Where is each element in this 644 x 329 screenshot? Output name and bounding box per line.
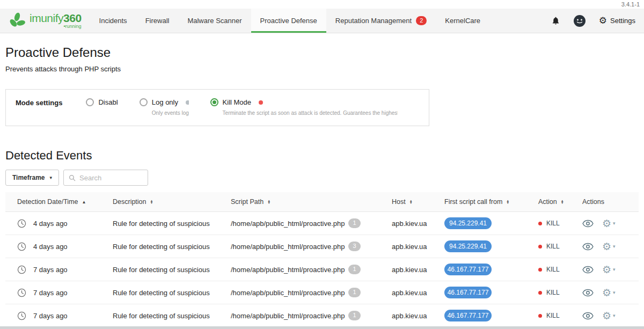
table-row: 7 days ago Rule for detecting of suspici… [5, 304, 639, 327]
chevron-down-icon: ▾ [49, 175, 52, 180]
kill-status-dot [538, 268, 542, 272]
log-only-description: Only events logging. [152, 110, 189, 116]
nav-item-incidents[interactable]: Incidents [90, 9, 136, 33]
event-description: Rule for detecting of suspicious [113, 312, 210, 320]
event-time: 4 days ago [33, 243, 68, 251]
radio-log-only[interactable] [140, 98, 148, 106]
event-host: apb.kiev.ua [392, 220, 427, 228]
view-details-icon[interactable] [582, 220, 594, 228]
row-actions-gear-icon[interactable]: ⚙▾ [602, 242, 616, 252]
search-box[interactable] [63, 170, 148, 186]
notifications-bell-icon[interactable] [551, 16, 560, 26]
version-label: 3.4.1-1 [0, 0, 644, 9]
event-host: apb.kiev.ua [392, 266, 427, 274]
settings-button[interactable]: ⚙ Settings [599, 16, 635, 25]
event-action: KILL [546, 266, 560, 273]
source-ip-pill[interactable]: 46.167.77.177 [444, 310, 492, 321]
mode-option-log-only[interactable]: Log only Only events logging. [140, 98, 189, 116]
column-header-script-path[interactable]: Script Path▲▼ [231, 198, 270, 206]
nav-item-label: Reputation Management [335, 17, 412, 25]
events-table: Detection Date/Time▲ Description▲▼ Scrip… [5, 192, 639, 327]
nav-item-firewall[interactable]: Firewall [136, 9, 179, 33]
detected-events-title: Detected Events [5, 149, 639, 163]
timeframe-dropdown[interactable]: Timeframe ▾ [5, 170, 59, 186]
clock-icon [17, 242, 26, 251]
view-details-icon[interactable] [582, 289, 594, 297]
script-hit-count-badge: 1 [348, 265, 360, 274]
column-header-action[interactable]: Action▲▼ [538, 198, 564, 206]
row-actions-gear-icon[interactable]: ⚙▾ [602, 218, 616, 229]
source-ip-pill[interactable]: 94.25.229.41 [444, 240, 492, 252]
event-script-path: /home/apb/public_html/proactive.php [231, 220, 345, 228]
sort-icon: ▲▼ [506, 200, 509, 204]
brand-suffix: 360 [63, 12, 82, 24]
nav-item-reputation-management[interactable]: Reputation Management 2 [326, 9, 436, 33]
mode-option-label: Disabled [98, 98, 118, 106]
kill-mode-description: Terminate the script as soon as attack i… [223, 110, 398, 116]
kill-status-dot [538, 222, 542, 225]
event-action: KILL [546, 312, 560, 319]
column-header-host[interactable]: Host▲▼ [392, 198, 413, 206]
event-host: apb.kiev.ua [392, 289, 427, 297]
event-time: 4 days ago [33, 220, 68, 228]
script-hit-count-badge: 3 [348, 242, 360, 251]
radio-disabled[interactable] [86, 98, 94, 106]
event-action: KILL [546, 220, 560, 227]
source-ip-pill[interactable]: 46.167.77.177 [444, 264, 492, 275]
settings-label: Settings [610, 17, 635, 25]
event-description: Rule for detecting of suspicious [113, 289, 210, 297]
event-host: apb.kiev.ua [392, 243, 427, 251]
gear-icon: ⚙ [599, 16, 607, 25]
chevron-down-icon: ▾ [613, 267, 616, 272]
imunify-logo-icon [9, 12, 26, 30]
event-description: Rule for detecting of suspicious [113, 266, 210, 274]
navbar-right: ⚙ Settings [551, 9, 638, 33]
row-actions-gear-icon[interactable]: ⚙▾ [602, 288, 616, 298]
column-header-detection-datetime[interactable]: Detection Date/Time▲ [17, 198, 86, 206]
brand[interactable]: imunify360 •running [9, 9, 82, 33]
event-script-path: /home/apb/public_html/proactive.php [231, 289, 345, 297]
mode-option-disabled[interactable]: Disabled [86, 98, 118, 106]
clock-icon [17, 311, 26, 320]
row-actions-gear-icon[interactable]: ⚙▾ [602, 265, 616, 275]
event-script-path: /home/apb/public_html/proactive.php [231, 312, 345, 320]
mode-option-kill-mode[interactable]: Kill Mode Terminate the script as soon a… [210, 98, 398, 116]
kill-status-dot [538, 314, 542, 318]
column-header-actions: Actions [582, 198, 604, 206]
source-ip-pill[interactable]: 94.25.229.41 [444, 217, 492, 229]
event-time: 7 days ago [33, 312, 68, 320]
script-hit-count-badge: 1 [348, 311, 360, 320]
sort-icon: ▲▼ [150, 200, 153, 204]
nav-item-proactive-defense[interactable]: Proactive Defense [251, 9, 326, 33]
event-time: 7 days ago [33, 289, 68, 297]
sort-asc-icon: ▲ [82, 200, 86, 204]
nav-item-malware-scanner[interactable]: Malware Scanner [178, 9, 251, 33]
brand-status: •running [30, 24, 82, 29]
kill-status-dot [538, 245, 542, 248]
kill-status-dot [538, 291, 542, 295]
mode-settings-label: Mode settings [16, 98, 62, 107]
table-row: 7 days ago Rule for detecting of suspici… [5, 281, 639, 304]
top-navbar: imunify360 •running Incidents Firewall M… [0, 9, 644, 33]
radio-kill-mode[interactable] [210, 98, 218, 106]
sort-icon: ▲▼ [409, 200, 413, 204]
page-title: Proactive Defense [5, 45, 639, 60]
column-header-description[interactable]: Description▲▼ [113, 198, 153, 206]
nav-item-kernelcare[interactable]: KernelCare [436, 9, 489, 33]
view-details-icon[interactable] [582, 266, 594, 274]
script-hit-count-badge: 1 [348, 288, 360, 297]
support-avatar-icon[interactable] [573, 14, 586, 27]
source-ip-pill[interactable]: 46.167.77.177 [444, 287, 492, 298]
row-actions-gear-icon[interactable]: ⚙▾ [602, 311, 616, 321]
table-row: 4 days ago Rule for detecting of suspici… [5, 235, 639, 258]
events-controls: Timeframe ▾ [5, 170, 639, 186]
event-script-path: /home/apb/public_html/proactive.php [231, 266, 345, 274]
chevron-down-icon: ▾ [613, 221, 616, 226]
mode-option-label: Log only [152, 98, 178, 106]
table-row: 7 days ago Rule for detecting of suspici… [5, 258, 639, 281]
column-header-first-script-call[interactable]: First script call from▲▼ [444, 198, 509, 206]
view-details-icon[interactable] [582, 243, 594, 251]
search-input[interactable] [79, 174, 143, 182]
view-details-icon[interactable] [582, 312, 594, 320]
event-script-path: /home/apb/public_html/proactive.php [231, 243, 345, 251]
